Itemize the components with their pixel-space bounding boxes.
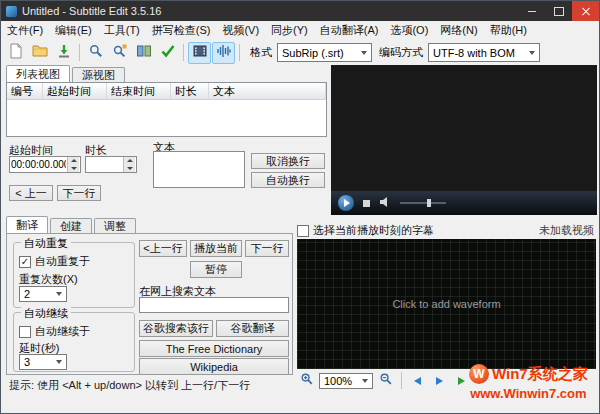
subtitle-text-input[interactable] — [153, 151, 245, 188]
tab-adjust[interactable]: 调整 — [94, 218, 136, 234]
tab-create[interactable]: 创建 — [50, 218, 92, 234]
column-text[interactable]: 文本 — [209, 83, 326, 99]
pause-button[interactable]: 暂停 — [190, 261, 242, 278]
menu-edit[interactable]: 编辑(E) — [49, 23, 98, 38]
chevron-down-icon — [524, 44, 539, 61]
minimize-button[interactable] — [518, 1, 545, 21]
toolbar-separator — [239, 44, 240, 61]
select-current-row: 选择当前播放时刻的字幕 未加载视频 — [297, 223, 594, 238]
spell-check-icon — [160, 43, 176, 62]
open-folder-icon — [32, 43, 48, 62]
replace-button[interactable] — [108, 42, 131, 64]
toggle-video-button[interactable] — [188, 42, 211, 64]
toggle-waveform-button[interactable] — [212, 42, 235, 64]
spinner-arrows[interactable] — [123, 157, 135, 172]
select-current-label[interactable]: 选择当前播放时刻的字幕 — [313, 223, 434, 238]
window-controls — [518, 1, 599, 21]
tab-source-view[interactable]: 源视图 — [72, 67, 125, 83]
visual-sync-icon — [136, 43, 152, 62]
maximize-button[interactable] — [545, 1, 572, 21]
chevron-down-icon — [51, 287, 66, 301]
prev-line-button[interactable]: <上一行 — [139, 240, 187, 257]
spell-check-button[interactable] — [156, 42, 179, 64]
free-dictionary-button[interactable]: The Free Dictionary — [139, 340, 289, 357]
watermark-site-url: www.Winwin7.com — [470, 386, 586, 401]
duration-spinner[interactable] — [85, 156, 137, 173]
subtitle-list[interactable]: 编号 起始时间 结束时间 时长 文本 — [6, 82, 327, 137]
column-end-time[interactable]: 结束时间 — [107, 83, 171, 99]
next-subtitle-button[interactable]: 下一行 — [57, 185, 101, 201]
menu-tools[interactable]: 工具(T) — [98, 23, 146, 38]
view-tabs: 列表视图 源视图 — [6, 65, 127, 83]
waveform-zoom-value: 100% — [324, 375, 357, 387]
play-button[interactable] — [338, 195, 354, 211]
tab-translate[interactable]: 翻译 — [6, 216, 48, 234]
auto-break-button[interactable]: 自动换行 — [251, 172, 325, 188]
menu-file[interactable]: 文件(F) — [1, 23, 49, 38]
format-select[interactable]: SubRip (.srt) — [277, 43, 372, 62]
select-current-checkbox[interactable] — [297, 225, 309, 237]
waveform-next-button[interactable] — [430, 373, 449, 389]
open-file-button[interactable] — [28, 42, 51, 64]
unbreak-button[interactable]: 取消换行 — [251, 153, 325, 169]
duration-input[interactable] — [86, 157, 123, 172]
subtitle-list-body[interactable] — [7, 100, 326, 136]
auto-continue-checkbox[interactable] — [19, 326, 31, 338]
volume-icon[interactable] — [379, 194, 391, 212]
previous-subtitle-button[interactable]: < 上一 — [9, 185, 53, 201]
next-icon — [436, 377, 443, 385]
save-file-button[interactable] — [52, 42, 75, 64]
menu-synchronization[interactable]: 同步(Y) — [265, 23, 314, 38]
volume-slider[interactable] — [400, 202, 446, 204]
waveform-prev-button[interactable] — [408, 373, 427, 389]
repeat-count-label: 重复次数(X) — [19, 272, 78, 287]
delay-value: 3 — [24, 356, 51, 368]
start-time-input[interactable] — [10, 157, 67, 172]
tab-list-view[interactable]: 列表视图 — [6, 65, 70, 83]
menu-options[interactable]: 选项(O) — [384, 23, 434, 38]
delay-select[interactable]: 3 — [19, 354, 67, 370]
menu-spell-check[interactable]: 拼写检查(S) — [146, 23, 217, 38]
chevron-down-icon — [356, 44, 371, 61]
next-line-button[interactable]: 下一行 — [245, 240, 289, 257]
waveform-area[interactable]: Click to add waveform — [297, 239, 596, 369]
close-button[interactable] — [572, 1, 599, 21]
volume-slider-thumb[interactable] — [427, 199, 431, 207]
column-start-time[interactable]: 起始时间 — [43, 83, 107, 99]
repeat-count-select[interactable]: 2 — [19, 286, 67, 302]
web-search-input[interactable] — [139, 297, 289, 313]
auto-repeat-row: ✓ 自动重复于 — [19, 254, 90, 269]
new-file-button[interactable] — [4, 42, 27, 64]
auto-repeat-label[interactable]: 自动重复于 — [35, 254, 90, 269]
waveform-zoom-in-button[interactable] — [297, 373, 316, 389]
play-current-button[interactable]: 播放当前 — [190, 240, 242, 257]
titlebar: Untitled - Subtitle Edit 3.5.16 — [1, 1, 599, 21]
save-icon — [56, 43, 72, 62]
google-search-button[interactable]: 谷歌搜索该行 — [139, 320, 213, 337]
menu-video[interactable]: 视频(V) — [216, 23, 265, 38]
visual-sync-button[interactable] — [132, 42, 155, 64]
auto-continue-row: 自动继续于 — [19, 324, 90, 339]
menu-networking[interactable]: 网络(N) — [434, 23, 483, 38]
waveform-zoom-out-button[interactable] — [376, 373, 395, 389]
wikipedia-button[interactable]: Wikipedia — [139, 358, 289, 375]
google-translate-button[interactable]: 谷歌翻译 — [216, 320, 289, 337]
auto-repeat-checkbox[interactable]: ✓ — [19, 256, 31, 268]
find-button[interactable] — [84, 42, 107, 64]
menu-auto-translate[interactable]: 自动翻译(A) — [314, 23, 385, 38]
spinner-arrows[interactable] — [67, 157, 79, 172]
zoom-out-icon — [379, 372, 393, 389]
play-icon — [458, 377, 465, 385]
encoding-select[interactable]: UTF-8 with BOM — [428, 43, 540, 62]
column-number[interactable]: 编号 — [7, 83, 43, 99]
shortcut-hint: 提示: 使用 <Alt + up/down> 以转到 上一行/下一行 — [9, 378, 250, 393]
toolbar: 格式 SubRip (.srt) 编码方式 UTF-8 with BOM — [1, 40, 599, 65]
start-time-spinner[interactable] — [9, 156, 81, 173]
subtitle-edit-window: Untitled - Subtitle Edit 3.5.16 文件(F) 编辑… — [0, 0, 600, 414]
waveform-zoom-select[interactable]: 100% — [319, 373, 373, 389]
auto-continue-label[interactable]: 自动继续于 — [35, 324, 90, 339]
format-value: SubRip (.srt) — [282, 47, 356, 59]
stop-button[interactable] — [363, 200, 370, 207]
menu-help[interactable]: 帮助(H) — [484, 23, 533, 38]
column-duration[interactable]: 时长 — [171, 83, 209, 99]
